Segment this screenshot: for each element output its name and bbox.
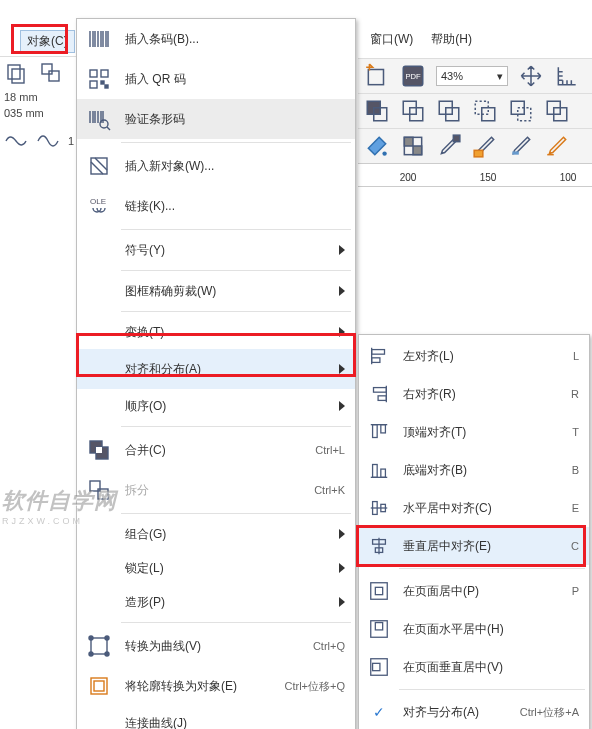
menu-lock[interactable]: 锁定(L) (77, 551, 355, 585)
svg-point-19 (382, 151, 386, 155)
menu-window[interactable]: 窗口(W) (370, 31, 413, 48)
align-bottom-icon (365, 456, 393, 484)
menu-powerclip[interactable]: 图框精确剪裁(W) (77, 274, 355, 308)
svg-rect-3 (49, 71, 59, 81)
back-minus-icon[interactable] (508, 98, 534, 124)
duplicate-icon[interactable] (39, 61, 63, 85)
ole-icon: OLE (83, 190, 115, 222)
svg-rect-31 (91, 158, 107, 174)
menu-insert-new-object[interactable]: 插入新对象(W)... (77, 146, 355, 186)
height-value: 035 mm (0, 105, 76, 121)
svg-rect-0 (8, 65, 20, 79)
sub-align-vcenter[interactable]: 垂直居中对齐(E)C (359, 527, 589, 565)
boundary-icon[interactable] (544, 98, 570, 124)
aux-value: 1 (64, 133, 74, 149)
trim-icon[interactable] (364, 98, 390, 124)
svg-rect-47 (374, 388, 387, 393)
svg-point-42 (105, 652, 109, 656)
svg-rect-57 (371, 583, 388, 600)
menu-order[interactable]: 顺序(O) (77, 389, 355, 423)
menu-object[interactable]: 对象(C) (20, 30, 75, 53)
menu-verify-barcode[interactable]: 验证条形码 (77, 99, 355, 139)
intersect-icon[interactable] (400, 98, 426, 124)
sub-align-left[interactable]: 左对齐(L)L (359, 337, 589, 375)
check-icon: ✓ (365, 704, 393, 720)
eyedropper4-icon[interactable] (544, 133, 570, 159)
submenu-arrow-icon (339, 563, 345, 573)
sub-align-right[interactable]: 右对齐(R)R (359, 375, 589, 413)
menu-outline-to-object[interactable]: 将轮廓转换为对象(E)Ctrl+位移+Q (77, 666, 355, 706)
svg-rect-4 (368, 70, 383, 85)
svg-rect-58 (375, 587, 382, 594)
svg-point-30 (100, 120, 108, 128)
svg-text:PDF: PDF (405, 72, 421, 81)
verify-barcode-icon (83, 103, 115, 135)
eyedropper2-icon[interactable] (472, 133, 498, 159)
menu-links[interactable]: OLE 链接(K)... (77, 186, 355, 226)
export-icon[interactable] (364, 63, 390, 89)
submenu-arrow-icon (339, 597, 345, 607)
sub-center-page-h[interactable]: 在页面水平居中(H) (359, 610, 589, 648)
svg-rect-28 (101, 81, 104, 84)
menu-group[interactable]: 组合(G) (77, 517, 355, 551)
center-page-icon (365, 577, 393, 605)
svg-rect-24 (474, 150, 483, 157)
svg-rect-38 (91, 638, 107, 654)
transparency-icon[interactable] (400, 133, 426, 159)
svg-rect-27 (90, 81, 97, 88)
pan-icon[interactable] (518, 63, 544, 89)
svg-text:OLE: OLE (90, 197, 106, 206)
center-page-v-icon (365, 653, 393, 681)
svg-rect-61 (371, 659, 388, 676)
sub-align-dialog[interactable]: ✓ 对齐与分布(A)Ctrl+位移+A (359, 693, 589, 729)
center-page-h-icon (365, 615, 393, 643)
pdf-icon[interactable]: PDF (400, 63, 426, 89)
align-submenu: 左对齐(L)L 右对齐(R)R 顶端对齐(T)T 底端对齐(B)B 水平居中对齐… (358, 334, 590, 729)
svg-rect-50 (381, 425, 386, 433)
menu-insert-barcode[interactable]: 插入条码(B)... (77, 19, 355, 59)
copy-icon[interactable] (4, 61, 28, 85)
wave-icon[interactable] (4, 129, 28, 153)
barcode-icon (83, 23, 115, 55)
menu-symbol[interactable]: 符号(Y) (77, 233, 355, 267)
align-hcenter-icon (365, 494, 393, 522)
sub-center-page-v[interactable]: 在页面垂直居中(V) (359, 648, 589, 686)
front-minus-icon[interactable] (472, 98, 498, 124)
zoom-combo[interactable]: 43% ▾ (436, 66, 508, 86)
sub-align-bottom[interactable]: 底端对齐(B)B (359, 451, 589, 489)
to-curves-icon (83, 630, 115, 662)
svg-rect-1 (12, 69, 24, 83)
svg-rect-46 (372, 358, 380, 363)
menu-transform[interactable]: 变换(T) (77, 315, 355, 349)
svg-rect-21 (404, 137, 413, 146)
ruler-corner-icon[interactable] (554, 63, 580, 89)
align-vcenter-icon (365, 532, 393, 560)
menu-convert-to-curves[interactable]: 转换为曲线(V)Ctrl+Q (77, 626, 355, 666)
menu-insert-qr[interactable]: 插入 QR 码 (77, 59, 355, 99)
sub-align-hcenter[interactable]: 水平居中对齐(C)E (359, 489, 589, 527)
svg-rect-62 (373, 663, 380, 670)
sub-align-top[interactable]: 顶端对齐(T)T (359, 413, 589, 451)
left-toolbar-fragment: 18 mm 035 mm 1 (0, 56, 76, 216)
menu-help[interactable]: 帮助(H) (431, 31, 472, 48)
outline-to-object-icon (83, 670, 115, 702)
simplify-icon[interactable] (436, 98, 462, 124)
submenu-arrow-icon (339, 327, 345, 337)
submenu-arrow-icon (339, 364, 345, 374)
horizontal-ruler: 200 150 100 (358, 163, 592, 187)
svg-rect-25 (90, 70, 97, 77)
svg-point-39 (89, 636, 93, 640)
eyedropper1-icon[interactable] (436, 133, 462, 159)
object-menu-dropdown: 插入条码(B)... 插入 QR 码 验证条形码 插入新对象(W)... OLE… (76, 18, 356, 729)
submenu-arrow-icon (339, 529, 345, 539)
fill-icon[interactable] (364, 133, 390, 159)
menu-combine[interactable]: 合并(C)Ctrl+L (77, 430, 355, 470)
break-icon (83, 474, 115, 506)
menu-align-distribute[interactable]: 对齐和分布(A) (77, 349, 355, 389)
sub-center-page[interactable]: 在页面居中(P)P (359, 572, 589, 610)
menu-join-curves[interactable]: 连接曲线(J) (77, 706, 355, 729)
sine-icon[interactable] (36, 129, 60, 153)
menu-shaping[interactable]: 造形(P) (77, 585, 355, 619)
eyedropper3-icon[interactable] (508, 133, 534, 159)
svg-point-40 (105, 636, 109, 640)
